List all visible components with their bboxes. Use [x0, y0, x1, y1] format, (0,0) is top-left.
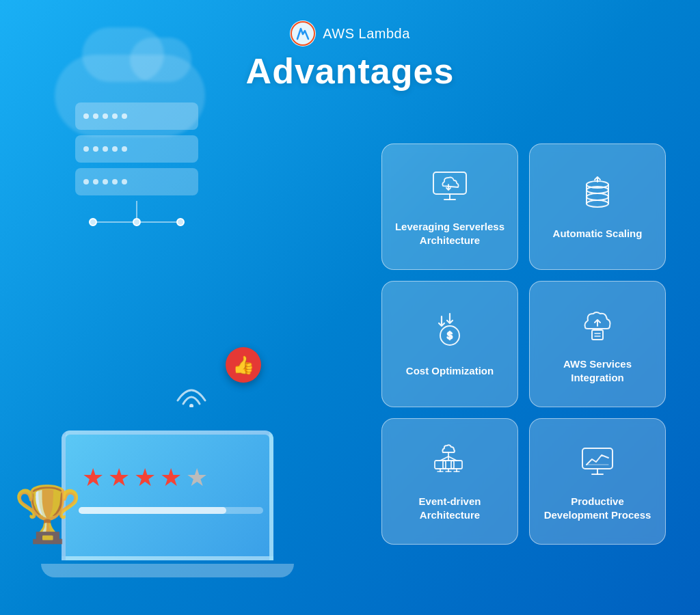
progress-bar — [79, 507, 263, 514]
svg-rect-25 — [435, 461, 446, 469]
card-cost-label: Cost Optimization — [406, 364, 494, 378]
server-unit-1 — [75, 102, 198, 130]
cards-grid: Leveraging Serverless Architecture A — [381, 144, 666, 545]
serverless-icon — [428, 167, 472, 210]
star-1: ★ — [82, 463, 104, 492]
wifi-signal — [171, 373, 212, 410]
star-3: ★ — [134, 463, 156, 492]
header: AWS Lambda Advantages — [0, 20, 700, 92]
card-aws-integration: AWS Services Integration — [529, 281, 666, 407]
card-productive-label: Productive Development Process — [541, 495, 654, 521]
card-productive-dev: Productive Development Process — [529, 418, 666, 545]
header-title: Advantages — [0, 51, 700, 92]
logo-row: AWS Lambda — [0, 20, 700, 46]
server-unit-2 — [75, 135, 198, 163]
svg-text:$: $ — [447, 330, 453, 341]
card-serverless-architecture: Leveraging Serverless Architecture — [381, 144, 518, 270]
server-rack-illustration — [75, 102, 198, 226]
card-event-driven: Event-driven Architecture — [381, 418, 518, 545]
laptop-base — [41, 564, 294, 577]
server-unit-3 — [75, 168, 198, 195]
card-scaling-label: Automatic Scaling — [553, 227, 643, 241]
svg-point-9 — [587, 193, 608, 200]
svg-line-23 — [448, 456, 457, 461]
svg-rect-3 — [433, 172, 466, 194]
card-event-label: Event-driven Architecture — [393, 495, 507, 521]
svg-rect-31 — [451, 461, 462, 469]
star-2: ★ — [108, 463, 130, 492]
scaling-icon — [576, 174, 619, 217]
svg-rect-28 — [443, 461, 454, 469]
card-serverless-label: Leveraging Serverless Architecture — [393, 220, 507, 247]
aws-lambda-logo-icon — [290, 20, 316, 46]
star-rating: ★ ★ ★ ★ ★ — [82, 463, 208, 492]
svg-rect-34 — [582, 448, 612, 469]
event-icon — [428, 441, 472, 485]
svg-line-22 — [440, 456, 448, 461]
progress-fill — [79, 507, 226, 514]
card-integration-label: AWS Services Integration — [541, 357, 654, 384]
svg-rect-18 — [592, 330, 603, 340]
card-cost-optimization: $ Cost Optimization — [381, 281, 518, 407]
star-4: ★ — [160, 463, 182, 492]
card-automatic-scaling: Automatic Scaling — [529, 144, 666, 270]
header-subtitle: AWS Lambda — [323, 26, 410, 42]
cost-icon: $ — [428, 311, 472, 355]
laptop-screen — [62, 430, 273, 560]
svg-point-2 — [189, 404, 193, 407]
integration-icon — [576, 304, 619, 348]
thumbs-up-badge: 👍 — [226, 347, 261, 383]
svg-point-6 — [587, 200, 608, 207]
trophy-icon: 🏆 — [14, 482, 82, 547]
star-5: ★ — [186, 463, 208, 492]
productive-icon — [576, 441, 619, 485]
